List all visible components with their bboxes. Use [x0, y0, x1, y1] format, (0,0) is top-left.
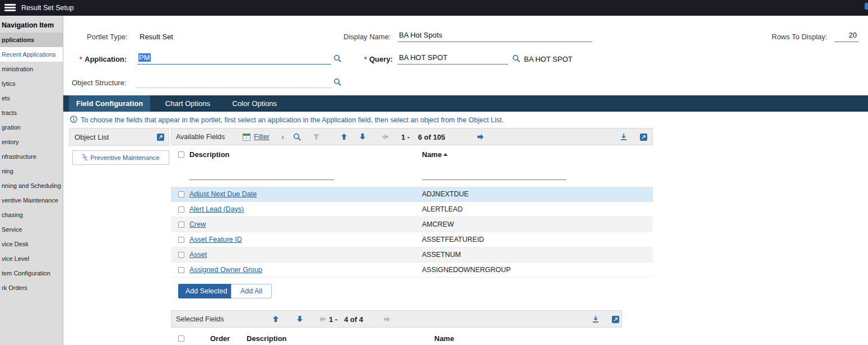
row-checkbox[interactable]: [178, 191, 184, 197]
main-content: Portlet Type: Result Set Display Name: B…: [63, 16, 868, 345]
object-list-item-link[interactable]: Preventive Maintenance: [90, 154, 159, 161]
row-checkbox[interactable]: [178, 267, 184, 273]
page-range-total: 6 of 105: [418, 133, 445, 141]
filter-table-icon[interactable]: [243, 134, 250, 142]
field-description-link[interactable]: Adjust Next Due Date: [189, 190, 257, 198]
sidebar-item-analytics[interactable]: lytics: [0, 76, 63, 91]
select-all-checkbox[interactable]: [178, 151, 184, 158]
sidebar-item-service-desk[interactable]: vice Desk: [0, 237, 63, 251]
sidebar-item-assets[interactable]: ets: [0, 91, 63, 105]
selected-next-page-icon: [383, 316, 391, 324]
application-label: Application:: [85, 55, 127, 63]
application-input[interactable]: PM: [137, 53, 331, 65]
sort-ascending-icon: [443, 153, 448, 156]
row-checkbox[interactable]: [178, 252, 184, 258]
selected-fields-title: Selected Fields: [176, 315, 224, 323]
rows-to-display-input[interactable]: 20: [835, 31, 858, 42]
object-structure-input[interactable]: [137, 77, 331, 88]
field-description-link[interactable]: Alert Lead (Days): [189, 205, 244, 213]
row-checkbox[interactable]: [178, 206, 184, 213]
object-list-item[interactable]: Preventive Maintenance: [72, 150, 169, 165]
name-filter-input[interactable]: [422, 167, 566, 180]
filter-link[interactable]: Filter: [254, 133, 270, 141]
sidebar-item-planning-and-scheduling[interactable]: nning and Scheduling: [0, 178, 63, 193]
display-name-input[interactable]: BA Hot Spots: [398, 31, 592, 42]
description-filter-input[interactable]: [189, 167, 334, 180]
field-name: ADJNEXTDUE: [422, 190, 468, 198]
application-search-icon[interactable]: [333, 54, 342, 65]
row-checkbox[interactable]: [178, 222, 184, 228]
table-row[interactable]: Asset Feature ID ASSETFEATUREID: [171, 232, 653, 247]
tab-field-configuration[interactable]: Field Configuration: [69, 95, 150, 112]
field-name: ALERTLEAD: [422, 205, 463, 213]
page-range-start[interactable]: 1 -: [401, 133, 410, 141]
sidebar-item-applications[interactable]: pplications: [0, 33, 63, 47]
field-name: AMCREW: [422, 220, 454, 228]
sidebar-item-administration[interactable]: ministration: [0, 62, 63, 76]
sidebar-item-planning[interactable]: ning: [0, 164, 63, 178]
selected-move-down-icon[interactable]: [296, 315, 303, 324]
download-icon[interactable]: [620, 133, 628, 142]
sidebar-item-service-level[interactable]: vice Level: [0, 251, 63, 266]
object-structure-search-icon[interactable]: [333, 78, 342, 88]
object-list-popout-icon[interactable]: [157, 134, 164, 142]
filter-expand-chevron-icon[interactable]: ›: [281, 132, 284, 141]
sidebar-item-contracts[interactable]: tracts: [0, 105, 63, 120]
table-row[interactable]: Asset ASSETNUM: [171, 247, 653, 263]
sidebar-item-work-orders[interactable]: rk Orders: [0, 280, 63, 295]
sidebar-item-self-service[interactable]: Service: [0, 222, 63, 237]
field-description-link[interactable]: Asset: [189, 251, 207, 259]
add-all-button[interactable]: Add All: [231, 284, 272, 298]
column-header-description[interactable]: Description: [189, 150, 230, 159]
selected-move-up-icon[interactable]: [272, 315, 279, 324]
previous-page-icon: [382, 134, 389, 142]
application-required-marker: *: [80, 56, 82, 63]
selected-page-range-start[interactable]: 1 -: [329, 315, 337, 324]
selected-page-range-total: 4 of 4: [344, 315, 363, 324]
available-fields-title: Available Fields: [176, 133, 225, 141]
rows-to-display-label: Rows To Display:: [772, 33, 827, 41]
info-message: To choose the fields that appear in the …: [81, 116, 504, 124]
move-up-icon[interactable]: [341, 133, 347, 142]
tab-chart-options[interactable]: Chart Options: [158, 95, 217, 112]
move-down-icon[interactable]: [359, 133, 366, 142]
sidebar-item-purchasing[interactable]: chasing: [0, 208, 63, 222]
sidebar-item-inventory[interactable]: entory: [0, 135, 63, 149]
object-structure-label: Object Structure:: [72, 79, 127, 87]
portlet-type-value: Result Set: [140, 33, 173, 41]
sidebar-item-recent-applications[interactable]: Recent Applications: [0, 47, 63, 62]
selected-previous-page-icon: [319, 316, 326, 324]
add-selected-button[interactable]: Add Selected: [178, 284, 234, 298]
column-header-name[interactable]: Name: [422, 150, 448, 159]
table-row[interactable]: Alert Lead (Days) ALERTLEAD: [171, 202, 653, 217]
sidebar-item-preventive-maintenance[interactable]: ventive Maintenance: [0, 193, 63, 208]
selected-select-all-checkbox[interactable]: [178, 335, 184, 342]
selected-fields-popout-icon[interactable]: [612, 316, 619, 325]
table-row[interactable]: Adjust Next Due Date ADJNEXTDUE: [171, 187, 653, 202]
table-row[interactable]: Crew AMCREW: [171, 217, 653, 232]
field-name: ASSETNUM: [422, 251, 461, 259]
field-description-link[interactable]: Asset Feature ID: [189, 236, 242, 243]
available-fields-rows: Adjust Next Due Date ADJNEXTDUE Alert Le…: [171, 187, 653, 278]
available-fields-filter-row: [171, 163, 653, 182]
tab-color-options[interactable]: Color Options: [225, 95, 284, 112]
next-page-icon[interactable]: [477, 134, 484, 142]
sidebar-title: Navigation Item: [0, 16, 63, 33]
display-name-label: Display Name:: [344, 33, 391, 41]
field-description-link[interactable]: Assigned Owner Group: [189, 266, 262, 274]
query-search-icon[interactable]: [512, 54, 521, 65]
window-title: Result Set Setup: [21, 0, 74, 16]
sidebar-item-it-infrastructure[interactable]: nfrastructure: [0, 149, 63, 164]
sidebar-item-integration[interactable]: gration: [0, 120, 63, 135]
available-fields-popout-icon[interactable]: [640, 134, 647, 142]
query-input[interactable]: BA HOT SPOT: [398, 53, 508, 65]
row-checkbox[interactable]: [178, 237, 184, 243]
table-row[interactable]: Assigned Owner Group ASSIGNEDOWNERGROUP: [171, 263, 653, 278]
application-selected-text: PM: [138, 53, 151, 62]
table-search-icon[interactable]: [293, 133, 301, 143]
link-chain-icon: [82, 154, 88, 162]
menu-icon[interactable]: [4, 4, 16, 12]
field-description-link[interactable]: Crew: [189, 220, 206, 228]
selected-download-icon[interactable]: [592, 315, 600, 325]
sidebar-item-system-configuration[interactable]: tem Configuration: [0, 266, 63, 280]
